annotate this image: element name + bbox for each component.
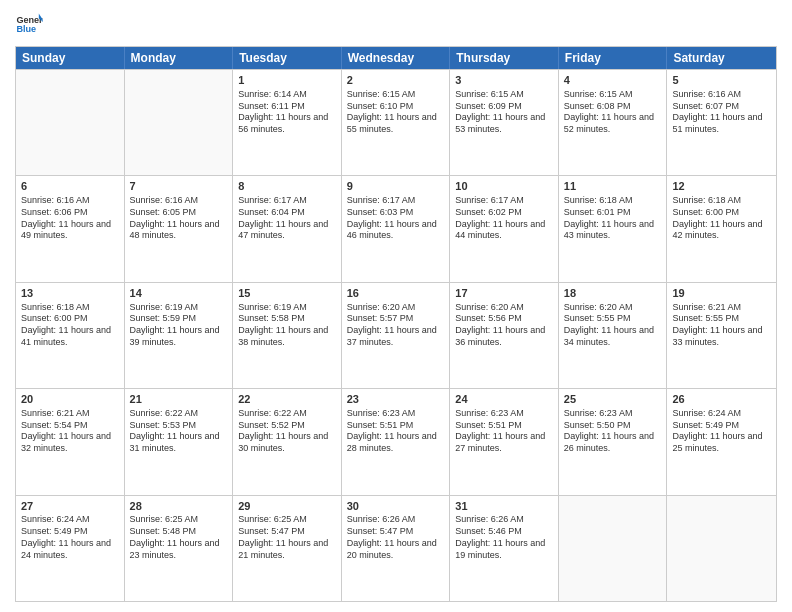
calendar-cell: 15Sunrise: 6:19 AMSunset: 5:58 PMDayligh… bbox=[233, 283, 342, 388]
calendar-cell: 25Sunrise: 6:23 AMSunset: 5:50 PMDayligh… bbox=[559, 389, 668, 494]
day-info: Sunrise: 6:19 AMSunset: 5:58 PMDaylight:… bbox=[238, 302, 336, 349]
calendar-cell bbox=[125, 70, 234, 175]
calendar-cell: 31Sunrise: 6:26 AMSunset: 5:46 PMDayligh… bbox=[450, 496, 559, 601]
day-info: Sunrise: 6:24 AMSunset: 5:49 PMDaylight:… bbox=[21, 514, 119, 561]
day-number: 17 bbox=[455, 286, 553, 301]
calendar-header: SundayMondayTuesdayWednesdayThursdayFrid… bbox=[16, 47, 776, 69]
day-number: 31 bbox=[455, 499, 553, 514]
calendar-cell: 2Sunrise: 6:15 AMSunset: 6:10 PMDaylight… bbox=[342, 70, 451, 175]
calendar-cell: 14Sunrise: 6:19 AMSunset: 5:59 PMDayligh… bbox=[125, 283, 234, 388]
weekday-header: Monday bbox=[125, 47, 234, 69]
calendar-cell: 26Sunrise: 6:24 AMSunset: 5:49 PMDayligh… bbox=[667, 389, 776, 494]
weekday-header: Thursday bbox=[450, 47, 559, 69]
weekday-header: Friday bbox=[559, 47, 668, 69]
day-number: 8 bbox=[238, 179, 336, 194]
calendar-cell: 22Sunrise: 6:22 AMSunset: 5:52 PMDayligh… bbox=[233, 389, 342, 494]
page: General Blue SundayMondayTuesdayWednesda… bbox=[0, 0, 792, 612]
calendar-cell: 24Sunrise: 6:23 AMSunset: 5:51 PMDayligh… bbox=[450, 389, 559, 494]
logo: General Blue bbox=[15, 10, 43, 38]
day-number: 3 bbox=[455, 73, 553, 88]
day-number: 20 bbox=[21, 392, 119, 407]
day-info: Sunrise: 6:24 AMSunset: 5:49 PMDaylight:… bbox=[672, 408, 771, 455]
day-number: 12 bbox=[672, 179, 771, 194]
calendar-cell: 3Sunrise: 6:15 AMSunset: 6:09 PMDaylight… bbox=[450, 70, 559, 175]
day-number: 18 bbox=[564, 286, 662, 301]
day-number: 29 bbox=[238, 499, 336, 514]
day-info: Sunrise: 6:23 AMSunset: 5:51 PMDaylight:… bbox=[455, 408, 553, 455]
calendar-cell: 11Sunrise: 6:18 AMSunset: 6:01 PMDayligh… bbox=[559, 176, 668, 281]
calendar-cell: 4Sunrise: 6:15 AMSunset: 6:08 PMDaylight… bbox=[559, 70, 668, 175]
calendar: SundayMondayTuesdayWednesdayThursdayFrid… bbox=[15, 46, 777, 602]
day-info: Sunrise: 6:18 AMSunset: 6:01 PMDaylight:… bbox=[564, 195, 662, 242]
day-info: Sunrise: 6:17 AMSunset: 6:03 PMDaylight:… bbox=[347, 195, 445, 242]
calendar-cell: 8Sunrise: 6:17 AMSunset: 6:04 PMDaylight… bbox=[233, 176, 342, 281]
day-info: Sunrise: 6:20 AMSunset: 5:55 PMDaylight:… bbox=[564, 302, 662, 349]
calendar-cell: 5Sunrise: 6:16 AMSunset: 6:07 PMDaylight… bbox=[667, 70, 776, 175]
day-info: Sunrise: 6:26 AMSunset: 5:47 PMDaylight:… bbox=[347, 514, 445, 561]
day-info: Sunrise: 6:15 AMSunset: 6:08 PMDaylight:… bbox=[564, 89, 662, 136]
calendar-week-row: 13Sunrise: 6:18 AMSunset: 6:00 PMDayligh… bbox=[16, 282, 776, 388]
calendar-cell: 6Sunrise: 6:16 AMSunset: 6:06 PMDaylight… bbox=[16, 176, 125, 281]
calendar-cell: 20Sunrise: 6:21 AMSunset: 5:54 PMDayligh… bbox=[16, 389, 125, 494]
day-info: Sunrise: 6:16 AMSunset: 6:05 PMDaylight:… bbox=[130, 195, 228, 242]
day-number: 4 bbox=[564, 73, 662, 88]
day-info: Sunrise: 6:21 AMSunset: 5:54 PMDaylight:… bbox=[21, 408, 119, 455]
calendar-cell: 1Sunrise: 6:14 AMSunset: 6:11 PMDaylight… bbox=[233, 70, 342, 175]
day-number: 14 bbox=[130, 286, 228, 301]
day-info: Sunrise: 6:14 AMSunset: 6:11 PMDaylight:… bbox=[238, 89, 336, 136]
calendar-week-row: 27Sunrise: 6:24 AMSunset: 5:49 PMDayligh… bbox=[16, 495, 776, 601]
day-number: 25 bbox=[564, 392, 662, 407]
calendar-cell bbox=[667, 496, 776, 601]
calendar-cell: 16Sunrise: 6:20 AMSunset: 5:57 PMDayligh… bbox=[342, 283, 451, 388]
day-info: Sunrise: 6:23 AMSunset: 5:51 PMDaylight:… bbox=[347, 408, 445, 455]
day-number: 23 bbox=[347, 392, 445, 407]
day-info: Sunrise: 6:22 AMSunset: 5:52 PMDaylight:… bbox=[238, 408, 336, 455]
day-number: 2 bbox=[347, 73, 445, 88]
day-info: Sunrise: 6:18 AMSunset: 6:00 PMDaylight:… bbox=[21, 302, 119, 349]
calendar-cell: 27Sunrise: 6:24 AMSunset: 5:49 PMDayligh… bbox=[16, 496, 125, 601]
calendar-week-row: 20Sunrise: 6:21 AMSunset: 5:54 PMDayligh… bbox=[16, 388, 776, 494]
calendar-week-row: 6Sunrise: 6:16 AMSunset: 6:06 PMDaylight… bbox=[16, 175, 776, 281]
calendar-cell: 29Sunrise: 6:25 AMSunset: 5:47 PMDayligh… bbox=[233, 496, 342, 601]
day-number: 26 bbox=[672, 392, 771, 407]
day-number: 11 bbox=[564, 179, 662, 194]
calendar-cell: 18Sunrise: 6:20 AMSunset: 5:55 PMDayligh… bbox=[559, 283, 668, 388]
calendar-cell: 12Sunrise: 6:18 AMSunset: 6:00 PMDayligh… bbox=[667, 176, 776, 281]
weekday-header: Saturday bbox=[667, 47, 776, 69]
day-info: Sunrise: 6:20 AMSunset: 5:56 PMDaylight:… bbox=[455, 302, 553, 349]
calendar-cell: 28Sunrise: 6:25 AMSunset: 5:48 PMDayligh… bbox=[125, 496, 234, 601]
day-number: 9 bbox=[347, 179, 445, 194]
day-info: Sunrise: 6:19 AMSunset: 5:59 PMDaylight:… bbox=[130, 302, 228, 349]
calendar-cell: 10Sunrise: 6:17 AMSunset: 6:02 PMDayligh… bbox=[450, 176, 559, 281]
day-number: 22 bbox=[238, 392, 336, 407]
day-number: 21 bbox=[130, 392, 228, 407]
day-number: 5 bbox=[672, 73, 771, 88]
calendar-cell bbox=[559, 496, 668, 601]
calendar-cell: 9Sunrise: 6:17 AMSunset: 6:03 PMDaylight… bbox=[342, 176, 451, 281]
day-number: 28 bbox=[130, 499, 228, 514]
calendar-cell: 7Sunrise: 6:16 AMSunset: 6:05 PMDaylight… bbox=[125, 176, 234, 281]
day-info: Sunrise: 6:26 AMSunset: 5:46 PMDaylight:… bbox=[455, 514, 553, 561]
day-number: 7 bbox=[130, 179, 228, 194]
day-number: 13 bbox=[21, 286, 119, 301]
weekday-header: Wednesday bbox=[342, 47, 451, 69]
day-number: 1 bbox=[238, 73, 336, 88]
calendar-cell: 21Sunrise: 6:22 AMSunset: 5:53 PMDayligh… bbox=[125, 389, 234, 494]
day-info: Sunrise: 6:20 AMSunset: 5:57 PMDaylight:… bbox=[347, 302, 445, 349]
day-info: Sunrise: 6:25 AMSunset: 5:47 PMDaylight:… bbox=[238, 514, 336, 561]
day-number: 15 bbox=[238, 286, 336, 301]
day-number: 10 bbox=[455, 179, 553, 194]
calendar-cell: 23Sunrise: 6:23 AMSunset: 5:51 PMDayligh… bbox=[342, 389, 451, 494]
calendar-cell: 17Sunrise: 6:20 AMSunset: 5:56 PMDayligh… bbox=[450, 283, 559, 388]
day-info: Sunrise: 6:15 AMSunset: 6:09 PMDaylight:… bbox=[455, 89, 553, 136]
calendar-week-row: 1Sunrise: 6:14 AMSunset: 6:11 PMDaylight… bbox=[16, 69, 776, 175]
day-info: Sunrise: 6:21 AMSunset: 5:55 PMDaylight:… bbox=[672, 302, 771, 349]
day-info: Sunrise: 6:17 AMSunset: 6:02 PMDaylight:… bbox=[455, 195, 553, 242]
day-number: 16 bbox=[347, 286, 445, 301]
day-info: Sunrise: 6:15 AMSunset: 6:10 PMDaylight:… bbox=[347, 89, 445, 136]
day-info: Sunrise: 6:16 AMSunset: 6:07 PMDaylight:… bbox=[672, 89, 771, 136]
weekday-header: Sunday bbox=[16, 47, 125, 69]
day-info: Sunrise: 6:17 AMSunset: 6:04 PMDaylight:… bbox=[238, 195, 336, 242]
day-info: Sunrise: 6:23 AMSunset: 5:50 PMDaylight:… bbox=[564, 408, 662, 455]
day-info: Sunrise: 6:22 AMSunset: 5:53 PMDaylight:… bbox=[130, 408, 228, 455]
